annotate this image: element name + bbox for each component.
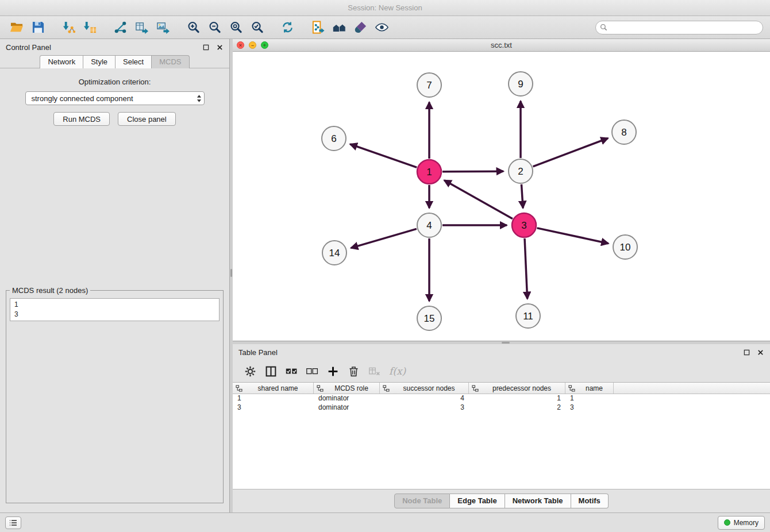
sort-icon xyxy=(568,385,575,392)
column-header-name[interactable]: name xyxy=(565,383,614,394)
column-visibility-icon[interactable] xyxy=(265,365,277,377)
table-cell: 3 xyxy=(233,403,314,413)
control-panel-tabs: NetworkStyleSelectMCDS xyxy=(0,55,229,68)
table-cell: 3 xyxy=(565,403,614,413)
zoom-fit-icon[interactable] xyxy=(226,19,245,36)
minimize-window-icon[interactable]: – xyxy=(249,41,256,49)
column-header-predecessor-nodes[interactable]: predecessor nodes xyxy=(469,383,565,394)
network-canvas[interactable]: 7968123414101511 xyxy=(233,52,770,341)
tab-motifs[interactable]: Motifs xyxy=(571,494,609,508)
open-folder-icon[interactable] xyxy=(7,19,26,36)
tab-network[interactable]: Network xyxy=(40,55,83,68)
criterion-selected-value: strongly connected component xyxy=(32,94,197,103)
select-all-rows-icon[interactable] xyxy=(286,365,298,377)
table-panel: Table Panel xyxy=(233,344,770,512)
zoom-in-icon[interactable] xyxy=(183,19,203,36)
column-header-successor-nodes[interactable]: successor nodes xyxy=(380,383,469,394)
add-row-icon[interactable] xyxy=(327,365,339,377)
edge-1-6[interactable] xyxy=(350,144,417,168)
task-history-button[interactable] xyxy=(5,516,21,529)
tab-network-table[interactable]: Network Table xyxy=(505,494,571,508)
float-panel-icon[interactable] xyxy=(202,43,210,51)
function-builder-icon[interactable]: f(x) xyxy=(389,365,406,377)
result-line: 1 xyxy=(14,300,215,310)
column-header-mcds-role[interactable]: MCDS role xyxy=(314,383,380,394)
table-tabs: Node TableEdge TableNetwork TableMotifs xyxy=(233,489,770,512)
mcds-result-list[interactable]: 13 xyxy=(10,298,220,321)
table-cell: dominator xyxy=(314,394,380,403)
tab-style[interactable]: Style xyxy=(83,55,116,68)
edge-3-1[interactable] xyxy=(444,180,513,219)
save-session-icon[interactable] xyxy=(28,19,48,36)
result-line: 3 xyxy=(14,310,215,319)
search-icon xyxy=(600,24,607,31)
node-label-15: 15 xyxy=(424,313,435,324)
import-table-icon[interactable] xyxy=(80,19,99,36)
export-image-icon[interactable] xyxy=(153,19,172,36)
tab-mcds[interactable]: MCDS xyxy=(152,55,189,68)
table-cell: 2 xyxy=(469,403,565,413)
edge-3-11[interactable] xyxy=(525,238,528,299)
node-label-1: 1 xyxy=(426,167,432,178)
control-panel-header: Control Panel xyxy=(0,39,229,55)
column-header-label: shared name xyxy=(244,384,311,392)
edge-2-8[interactable] xyxy=(533,138,608,167)
node-label-11: 11 xyxy=(523,311,533,322)
close-panel-button[interactable]: Close panel xyxy=(118,112,176,126)
close-window-icon[interactable]: × xyxy=(237,41,244,49)
delete-row-icon[interactable] xyxy=(348,365,360,377)
zoom-window-icon[interactable]: + xyxy=(261,41,268,49)
node-label-9: 9 xyxy=(518,79,523,90)
home-icon[interactable] xyxy=(329,19,349,36)
node-label-3: 3 xyxy=(521,220,526,231)
edge-4-14[interactable] xyxy=(351,229,417,248)
apply-style-icon[interactable] xyxy=(351,19,370,36)
tab-node-table[interactable]: Node Table xyxy=(394,494,450,508)
search-input[interactable] xyxy=(610,24,759,32)
mcds-result-box: MCDS result (2 nodes) 13 xyxy=(6,286,224,503)
optimization-criterion-label: Optimization criterion: xyxy=(0,78,229,86)
refresh-layout-icon[interactable] xyxy=(278,19,297,36)
deselect-all-rows-icon[interactable] xyxy=(306,365,318,377)
close-panel-icon[interactable] xyxy=(215,43,224,51)
control-panel-title: Control Panel xyxy=(6,43,196,52)
node-label-10: 10 xyxy=(620,242,631,253)
panel-splitter-horizontal[interactable] xyxy=(233,341,770,344)
export-table-icon[interactable] xyxy=(132,19,151,36)
edge-2-3[interactable] xyxy=(521,184,523,208)
main-area: Control Panel NetworkStyleSelectMCDS Opt… xyxy=(0,39,770,512)
open-network-document-icon[interactable] xyxy=(308,19,328,36)
float-table-panel-icon[interactable] xyxy=(742,348,750,356)
list-icon xyxy=(9,519,17,526)
memory-button[interactable]: Memory xyxy=(718,516,765,530)
edge-1-2[interactable] xyxy=(442,171,503,172)
run-mcds-button[interactable]: Run MCDS xyxy=(53,112,110,126)
column-header-label: successor nodes xyxy=(391,384,467,392)
new-network-icon[interactable] xyxy=(110,19,130,36)
zoom-out-icon[interactable] xyxy=(205,19,224,36)
zoom-selected-icon[interactable] xyxy=(247,19,267,36)
import-network-icon[interactable] xyxy=(59,19,78,36)
column-header-shared-name[interactable]: shared name xyxy=(233,383,314,394)
tab-select[interactable]: Select xyxy=(116,55,152,68)
delete-table-icon[interactable] xyxy=(368,365,380,377)
show-hide-eye-icon[interactable] xyxy=(372,19,391,36)
column-header-label: name xyxy=(577,384,611,392)
tab-edge-table[interactable]: Edge Table xyxy=(450,494,505,508)
close-table-panel-icon[interactable] xyxy=(756,348,764,356)
sort-icon xyxy=(317,385,324,392)
network-graph[interactable]: 7968123414101511 xyxy=(233,52,770,341)
table-row[interactable]: 1dominator411 xyxy=(233,394,770,403)
criterion-select[interactable]: strongly connected component xyxy=(25,91,205,105)
edge-3-10[interactable] xyxy=(537,228,608,244)
right-column: scc.txt ×–+ 7968123414101511 xyxy=(233,39,770,512)
node-label-7: 7 xyxy=(426,80,432,91)
memory-status-icon xyxy=(724,519,730,526)
table-settings-gear-icon[interactable] xyxy=(244,365,256,377)
table-row[interactable]: 3dominator323 xyxy=(233,403,770,413)
node-label-6: 6 xyxy=(331,133,336,144)
search-field[interactable] xyxy=(595,21,763,34)
sort-icon xyxy=(383,385,390,392)
node-label-14: 14 xyxy=(329,248,340,259)
table-header-row: shared nameMCDS rolesuccessor nodesprede… xyxy=(233,383,770,394)
